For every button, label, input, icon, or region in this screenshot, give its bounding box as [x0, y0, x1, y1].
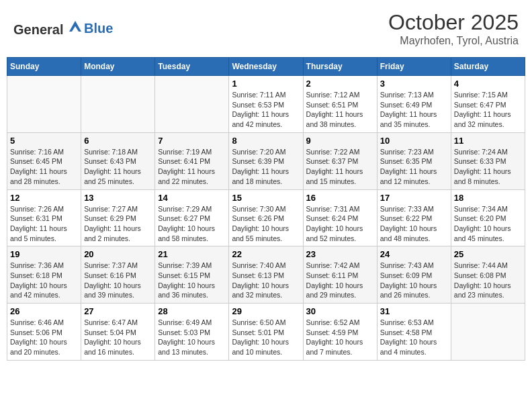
day-number: 23: [306, 249, 374, 259]
weekday-header-saturday: Saturday: [451, 58, 525, 76]
day-info: Sunrise: 7:36 AMSunset: 6:18 PMDaylight:…: [10, 261, 78, 300]
day-number: 22: [232, 249, 300, 259]
day-info: Sunrise: 7:24 AMSunset: 6:33 PMDaylight:…: [454, 147, 522, 187]
day-number: 25: [454, 249, 522, 259]
day-info: Sunrise: 7:40 AMSunset: 6:13 PMDaylight:…: [232, 261, 300, 300]
day-info: Sunrise: 7:20 AMSunset: 6:39 PMDaylight:…: [232, 147, 300, 187]
weekday-header-sunday: Sunday: [7, 58, 81, 76]
day-info: Sunrise: 7:22 AMSunset: 6:37 PMDaylight:…: [306, 147, 374, 187]
calendar-week-row: 12Sunrise: 7:26 AMSunset: 6:31 PMDayligh…: [7, 189, 525, 246]
day-number: 30: [306, 306, 374, 316]
calendar-cell: [451, 304, 525, 361]
day-number: 27: [84, 306, 152, 316]
calendar-cell: 21Sunrise: 7:39 AMSunset: 6:15 PMDayligh…: [155, 246, 229, 304]
weekday-header-monday: Monday: [81, 58, 155, 76]
calendar-cell: 29Sunrise: 6:50 AMSunset: 5:01 PMDayligh…: [229, 304, 303, 361]
day-info: Sunrise: 7:37 AMSunset: 6:16 PMDaylight:…: [84, 261, 152, 300]
day-number: 8: [232, 136, 300, 146]
day-info: Sunrise: 7:29 AMSunset: 6:27 PMDaylight:…: [158, 204, 226, 244]
title-block: October 2025 Mayrhofen, Tyrol, Austria: [388, 10, 519, 47]
day-info: Sunrise: 7:31 AMSunset: 6:24 PMDaylight:…: [306, 204, 374, 244]
calendar-cell: 22Sunrise: 7:40 AMSunset: 6:13 PMDayligh…: [229, 246, 303, 304]
calendar-cell: 10Sunrise: 7:23 AMSunset: 6:35 PMDayligh…: [377, 132, 451, 189]
calendar-cell: 26Sunrise: 6:46 AMSunset: 5:06 PMDayligh…: [7, 304, 81, 361]
logo-general: General: [13, 22, 63, 37]
day-number: 11: [454, 136, 522, 146]
day-info: Sunrise: 7:11 AMSunset: 6:53 PMDaylight:…: [232, 90, 300, 130]
calendar-week-row: 1Sunrise: 7:11 AMSunset: 6:53 PMDaylight…: [7, 76, 525, 133]
weekday-header-tuesday: Tuesday: [155, 58, 229, 76]
day-number: 31: [380, 306, 448, 316]
day-number: 18: [454, 193, 522, 203]
day-info: Sunrise: 6:47 AMSunset: 5:04 PMDaylight:…: [84, 318, 152, 357]
calendar-cell: 16Sunrise: 7:31 AMSunset: 6:24 PMDayligh…: [303, 189, 377, 246]
day-info: Sunrise: 6:46 AMSunset: 5:06 PMDaylight:…: [10, 318, 78, 357]
calendar-cell: 25Sunrise: 7:44 AMSunset: 6:08 PMDayligh…: [451, 246, 525, 304]
day-info: Sunrise: 7:18 AMSunset: 6:43 PMDaylight:…: [84, 147, 152, 187]
day-info: Sunrise: 7:26 AMSunset: 6:31 PMDaylight:…: [10, 204, 78, 244]
calendar-cell: 13Sunrise: 7:27 AMSunset: 6:29 PMDayligh…: [81, 189, 155, 246]
weekday-header-wednesday: Wednesday: [229, 58, 303, 76]
calendar-cell: 9Sunrise: 7:22 AMSunset: 6:37 PMDaylight…: [303, 132, 377, 189]
calendar-cell: 18Sunrise: 7:34 AMSunset: 6:20 PMDayligh…: [451, 189, 525, 246]
calendar-cell: 4Sunrise: 7:15 AMSunset: 6:47 PMDaylight…: [451, 76, 525, 133]
calendar-week-row: 19Sunrise: 7:36 AMSunset: 6:18 PMDayligh…: [7, 246, 525, 304]
day-info: Sunrise: 6:53 AMSunset: 4:58 PMDaylight:…: [380, 318, 448, 357]
logo: General Blue: [13, 19, 113, 38]
day-number: 20: [84, 249, 152, 259]
day-number: 19: [10, 249, 78, 259]
calendar-cell: 19Sunrise: 7:36 AMSunset: 6:18 PMDayligh…: [7, 246, 81, 304]
day-info: Sunrise: 7:39 AMSunset: 6:15 PMDaylight:…: [158, 261, 226, 300]
calendar-cell: [81, 76, 155, 133]
day-info: Sunrise: 6:49 AMSunset: 5:03 PMDaylight:…: [158, 318, 226, 357]
calendar-cell: 30Sunrise: 6:52 AMSunset: 4:59 PMDayligh…: [303, 304, 377, 361]
day-info: Sunrise: 6:52 AMSunset: 4:59 PMDaylight:…: [306, 318, 374, 357]
day-info: Sunrise: 7:33 AMSunset: 6:22 PMDaylight:…: [380, 204, 448, 244]
day-info: Sunrise: 7:27 AMSunset: 6:29 PMDaylight:…: [84, 204, 152, 244]
day-info: Sunrise: 7:13 AMSunset: 6:49 PMDaylight:…: [380, 90, 448, 130]
calendar-cell: 28Sunrise: 6:49 AMSunset: 5:03 PMDayligh…: [155, 304, 229, 361]
calendar-cell: 15Sunrise: 7:30 AMSunset: 6:26 PMDayligh…: [229, 189, 303, 246]
day-number: 1: [232, 79, 300, 89]
calendar-cell: 31Sunrise: 6:53 AMSunset: 4:58 PMDayligh…: [377, 304, 451, 361]
calendar-cell: 1Sunrise: 7:11 AMSunset: 6:53 PMDaylight…: [229, 76, 303, 133]
day-number: 29: [232, 306, 300, 316]
calendar-cell: 7Sunrise: 7:19 AMSunset: 6:41 PMDaylight…: [155, 132, 229, 189]
day-number: 4: [454, 79, 522, 89]
logo-blue: Blue: [84, 21, 113, 36]
calendar-cell: 2Sunrise: 7:12 AMSunset: 6:51 PMDaylight…: [303, 76, 377, 133]
day-number: 21: [158, 249, 226, 259]
calendar-cell: [155, 76, 229, 133]
day-number: 3: [380, 79, 448, 89]
day-info: Sunrise: 7:34 AMSunset: 6:20 PMDaylight:…: [454, 204, 522, 244]
calendar-cell: 12Sunrise: 7:26 AMSunset: 6:31 PMDayligh…: [7, 189, 81, 246]
day-number: 10: [380, 136, 448, 146]
calendar-cell: 5Sunrise: 7:16 AMSunset: 6:45 PMDaylight…: [7, 132, 81, 189]
calendar-cell: 17Sunrise: 7:33 AMSunset: 6:22 PMDayligh…: [377, 189, 451, 246]
weekday-header-friday: Friday: [377, 58, 451, 76]
day-info: Sunrise: 7:42 AMSunset: 6:11 PMDaylight:…: [306, 261, 374, 300]
day-number: 14: [158, 193, 226, 203]
calendar-cell: 14Sunrise: 7:29 AMSunset: 6:27 PMDayligh…: [155, 189, 229, 246]
day-number: 24: [380, 249, 448, 259]
day-info: Sunrise: 6:50 AMSunset: 5:01 PMDaylight:…: [232, 318, 300, 357]
calendar-cell: 23Sunrise: 7:42 AMSunset: 6:11 PMDayligh…: [303, 246, 377, 304]
day-number: 13: [84, 193, 152, 203]
day-number: 9: [306, 136, 374, 146]
calendar-cell: 3Sunrise: 7:13 AMSunset: 6:49 PMDaylight…: [377, 76, 451, 133]
month-title: October 2025: [388, 10, 519, 35]
day-number: 26: [10, 306, 78, 316]
day-number: 17: [380, 193, 448, 203]
day-number: 2: [306, 79, 374, 89]
day-info: Sunrise: 7:12 AMSunset: 6:51 PMDaylight:…: [306, 90, 374, 130]
calendar-cell: 8Sunrise: 7:20 AMSunset: 6:39 PMDaylight…: [229, 132, 303, 189]
calendar-week-row: 26Sunrise: 6:46 AMSunset: 5:06 PMDayligh…: [7, 304, 525, 361]
calendar-cell: 11Sunrise: 7:24 AMSunset: 6:33 PMDayligh…: [451, 132, 525, 189]
day-info: Sunrise: 7:16 AMSunset: 6:45 PMDaylight:…: [10, 147, 78, 187]
day-info: Sunrise: 7:19 AMSunset: 6:41 PMDaylight:…: [158, 147, 226, 187]
day-number: 5: [10, 136, 78, 146]
calendar-cell: 6Sunrise: 7:18 AMSunset: 6:43 PMDaylight…: [81, 132, 155, 189]
calendar-cell: 27Sunrise: 6:47 AMSunset: 5:04 PMDayligh…: [81, 304, 155, 361]
logo-icon: [68, 19, 83, 34]
day-number: 15: [232, 193, 300, 203]
